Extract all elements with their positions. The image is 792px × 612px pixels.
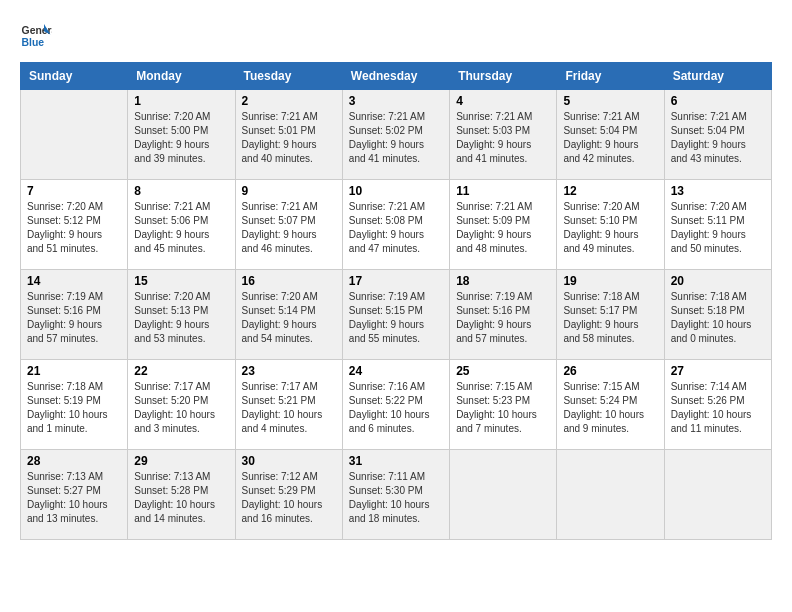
day-number: 5 [563,94,657,108]
calendar-cell: 2Sunrise: 7:21 AM Sunset: 5:01 PM Daylig… [235,90,342,180]
day-info: Sunrise: 7:21 AM Sunset: 5:02 PM Dayligh… [349,110,443,166]
day-info: Sunrise: 7:19 AM Sunset: 5:15 PM Dayligh… [349,290,443,346]
day-number: 11 [456,184,550,198]
calendar-cell: 3Sunrise: 7:21 AM Sunset: 5:02 PM Daylig… [342,90,449,180]
day-number: 15 [134,274,228,288]
day-number: 21 [27,364,121,378]
day-number: 30 [242,454,336,468]
day-info: Sunrise: 7:20 AM Sunset: 5:00 PM Dayligh… [134,110,228,166]
day-info: Sunrise: 7:17 AM Sunset: 5:20 PM Dayligh… [134,380,228,436]
calendar-cell: 24Sunrise: 7:16 AM Sunset: 5:22 PM Dayli… [342,360,449,450]
calendar-cell: 22Sunrise: 7:17 AM Sunset: 5:20 PM Dayli… [128,360,235,450]
day-number: 12 [563,184,657,198]
day-header-friday: Friday [557,63,664,90]
day-info: Sunrise: 7:20 AM Sunset: 5:10 PM Dayligh… [563,200,657,256]
day-info: Sunrise: 7:20 AM Sunset: 5:13 PM Dayligh… [134,290,228,346]
day-number: 16 [242,274,336,288]
calendar-cell: 30Sunrise: 7:12 AM Sunset: 5:29 PM Dayli… [235,450,342,540]
day-info: Sunrise: 7:21 AM Sunset: 5:03 PM Dayligh… [456,110,550,166]
day-info: Sunrise: 7:20 AM Sunset: 5:12 PM Dayligh… [27,200,121,256]
day-info: Sunrise: 7:19 AM Sunset: 5:16 PM Dayligh… [456,290,550,346]
calendar-week-row: 7Sunrise: 7:20 AM Sunset: 5:12 PM Daylig… [21,180,772,270]
day-header-saturday: Saturday [664,63,771,90]
calendar-cell: 16Sunrise: 7:20 AM Sunset: 5:14 PM Dayli… [235,270,342,360]
calendar-cell: 1Sunrise: 7:20 AM Sunset: 5:00 PM Daylig… [128,90,235,180]
calendar-cell [557,450,664,540]
day-number: 31 [349,454,443,468]
calendar-cell [450,450,557,540]
calendar-cell: 31Sunrise: 7:11 AM Sunset: 5:30 PM Dayli… [342,450,449,540]
day-info: Sunrise: 7:15 AM Sunset: 5:23 PM Dayligh… [456,380,550,436]
day-info: Sunrise: 7:21 AM Sunset: 5:08 PM Dayligh… [349,200,443,256]
day-info: Sunrise: 7:18 AM Sunset: 5:18 PM Dayligh… [671,290,765,346]
day-number: 23 [242,364,336,378]
day-info: Sunrise: 7:20 AM Sunset: 5:14 PM Dayligh… [242,290,336,346]
day-header-monday: Monday [128,63,235,90]
calendar-cell: 25Sunrise: 7:15 AM Sunset: 5:23 PM Dayli… [450,360,557,450]
page-header: General Blue [20,20,772,52]
calendar-cell: 7Sunrise: 7:20 AM Sunset: 5:12 PM Daylig… [21,180,128,270]
day-number: 8 [134,184,228,198]
day-number: 14 [27,274,121,288]
day-number: 20 [671,274,765,288]
day-number: 18 [456,274,550,288]
day-info: Sunrise: 7:20 AM Sunset: 5:11 PM Dayligh… [671,200,765,256]
day-info: Sunrise: 7:17 AM Sunset: 5:21 PM Dayligh… [242,380,336,436]
calendar-header-row: SundayMondayTuesdayWednesdayThursdayFrid… [21,63,772,90]
day-info: Sunrise: 7:12 AM Sunset: 5:29 PM Dayligh… [242,470,336,526]
logo: General Blue [20,20,52,52]
calendar-cell: 15Sunrise: 7:20 AM Sunset: 5:13 PM Dayli… [128,270,235,360]
day-number: 19 [563,274,657,288]
calendar-cell: 27Sunrise: 7:14 AM Sunset: 5:26 PM Dayli… [664,360,771,450]
calendar-cell: 21Sunrise: 7:18 AM Sunset: 5:19 PM Dayli… [21,360,128,450]
day-number: 6 [671,94,765,108]
day-number: 17 [349,274,443,288]
day-info: Sunrise: 7:21 AM Sunset: 5:01 PM Dayligh… [242,110,336,166]
day-number: 4 [456,94,550,108]
day-number: 1 [134,94,228,108]
day-info: Sunrise: 7:13 AM Sunset: 5:28 PM Dayligh… [134,470,228,526]
day-number: 27 [671,364,765,378]
calendar-cell: 12Sunrise: 7:20 AM Sunset: 5:10 PM Dayli… [557,180,664,270]
day-info: Sunrise: 7:21 AM Sunset: 5:04 PM Dayligh… [671,110,765,166]
day-info: Sunrise: 7:16 AM Sunset: 5:22 PM Dayligh… [349,380,443,436]
calendar-cell: 9Sunrise: 7:21 AM Sunset: 5:07 PM Daylig… [235,180,342,270]
day-info: Sunrise: 7:18 AM Sunset: 5:17 PM Dayligh… [563,290,657,346]
calendar-cell: 13Sunrise: 7:20 AM Sunset: 5:11 PM Dayli… [664,180,771,270]
calendar-week-row: 28Sunrise: 7:13 AM Sunset: 5:27 PM Dayli… [21,450,772,540]
day-info: Sunrise: 7:13 AM Sunset: 5:27 PM Dayligh… [27,470,121,526]
calendar-cell: 14Sunrise: 7:19 AM Sunset: 5:16 PM Dayli… [21,270,128,360]
calendar-cell: 23Sunrise: 7:17 AM Sunset: 5:21 PM Dayli… [235,360,342,450]
logo-icon: General Blue [20,20,52,52]
calendar-cell: 8Sunrise: 7:21 AM Sunset: 5:06 PM Daylig… [128,180,235,270]
calendar-cell: 17Sunrise: 7:19 AM Sunset: 5:15 PM Dayli… [342,270,449,360]
day-header-thursday: Thursday [450,63,557,90]
day-number: 22 [134,364,228,378]
calendar-cell: 28Sunrise: 7:13 AM Sunset: 5:27 PM Dayli… [21,450,128,540]
calendar-week-row: 14Sunrise: 7:19 AM Sunset: 5:16 PM Dayli… [21,270,772,360]
day-info: Sunrise: 7:11 AM Sunset: 5:30 PM Dayligh… [349,470,443,526]
calendar-cell: 26Sunrise: 7:15 AM Sunset: 5:24 PM Dayli… [557,360,664,450]
calendar-cell: 4Sunrise: 7:21 AM Sunset: 5:03 PM Daylig… [450,90,557,180]
calendar-week-row: 1Sunrise: 7:20 AM Sunset: 5:00 PM Daylig… [21,90,772,180]
day-number: 25 [456,364,550,378]
day-info: Sunrise: 7:19 AM Sunset: 5:16 PM Dayligh… [27,290,121,346]
calendar-cell: 20Sunrise: 7:18 AM Sunset: 5:18 PM Dayli… [664,270,771,360]
day-number: 3 [349,94,443,108]
day-info: Sunrise: 7:21 AM Sunset: 5:06 PM Dayligh… [134,200,228,256]
calendar-week-row: 21Sunrise: 7:18 AM Sunset: 5:19 PM Dayli… [21,360,772,450]
day-number: 10 [349,184,443,198]
day-header-tuesday: Tuesday [235,63,342,90]
calendar-cell: 19Sunrise: 7:18 AM Sunset: 5:17 PM Dayli… [557,270,664,360]
day-info: Sunrise: 7:21 AM Sunset: 5:09 PM Dayligh… [456,200,550,256]
day-number: 24 [349,364,443,378]
day-number: 26 [563,364,657,378]
calendar-table: SundayMondayTuesdayWednesdayThursdayFrid… [20,62,772,540]
day-number: 28 [27,454,121,468]
calendar-cell: 10Sunrise: 7:21 AM Sunset: 5:08 PM Dayli… [342,180,449,270]
calendar-cell [21,90,128,180]
svg-text:Blue: Blue [22,37,45,48]
day-header-sunday: Sunday [21,63,128,90]
calendar-cell [664,450,771,540]
calendar-cell: 29Sunrise: 7:13 AM Sunset: 5:28 PM Dayli… [128,450,235,540]
